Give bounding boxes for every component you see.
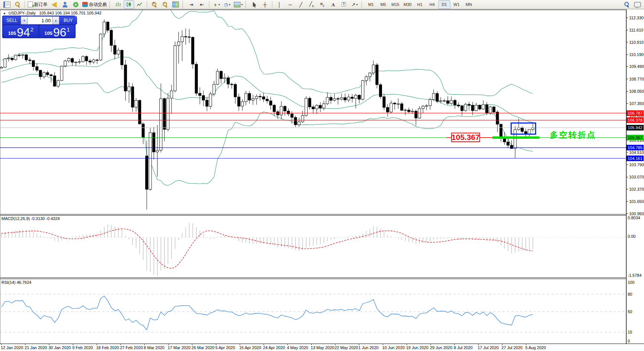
date-label: 1 Jun 2020 (358, 345, 378, 350)
line-chart-icon (137, 2, 143, 7)
data-window-button[interactable] (12, 0, 23, 9)
autotrading-button[interactable]: 自动交易 (81, 0, 108, 9)
auto-scroll-button[interactable]: ⇤ (197, 0, 207, 9)
alerts-button[interactable] (49, 0, 59, 9)
price-badge-label: 106.787 (628, 111, 643, 115)
community-person-icon (62, 2, 68, 7)
chart-ohlc-header[interactable]: ▲ USDJPY-,Daily 105.843 106.194 105.701 … (3, 11, 102, 15)
tab-timeframe-m15[interactable]: M15 (389, 0, 401, 9)
macd-pane[interactable] (0, 216, 626, 278)
periods-button[interactable]: ◷▾ (222, 0, 232, 9)
macd-axis-label: 0.8034 (628, 216, 640, 220)
tab-timeframe-mn[interactable]: MN (463, 0, 475, 9)
chat-button[interactable] (632, 0, 643, 9)
chart-shift-button[interactable]: ⇥ (186, 0, 196, 9)
collapse-panel-icon[interactable]: ▲ (3, 12, 6, 15)
price-tick-label: 112.330 (629, 16, 644, 20)
tab-timeframe-m5[interactable]: M5 (377, 0, 389, 9)
text-tool[interactable]: A (328, 0, 338, 9)
market-watch-icon (3, 1, 10, 8)
sell-button[interactable]: SELL (3, 16, 21, 24)
price-tick-label: 110.190 (629, 52, 644, 57)
date-label: 27 Feb 2020 (120, 345, 143, 350)
zoom-out-button[interactable]: − (160, 0, 170, 9)
tab-timeframe-m30[interactable]: M30 (402, 0, 414, 9)
turning-point-highlight[interactable] (492, 137, 540, 139)
channel-tool[interactable]: ╱E (306, 0, 317, 9)
tab-timeframe-h4[interactable]: H4 (426, 0, 438, 9)
price-tick-label: 103.070 (629, 175, 644, 179)
rsi-pane[interactable] (0, 279, 626, 344)
indicators-plus-icon: ＋ (213, 2, 218, 7)
tile-windows-button[interactable] (170, 0, 181, 9)
search-button[interactable] (621, 0, 632, 9)
zoom-in-button[interactable]: + (149, 0, 159, 9)
volume-decrease-button[interactable]: ▼ (21, 16, 28, 24)
date-label: 21 Jan 2020 (24, 345, 47, 350)
auto-scroll-icon: ⇤ (200, 2, 204, 7)
indicators-button[interactable]: ＋▾ (211, 0, 222, 9)
horizontal-line-icon: ─ (288, 2, 292, 7)
horizontal-line-tool[interactable]: ─ (285, 0, 295, 9)
date-label: 17 Mar 2020 (167, 345, 190, 350)
trendline-tool[interactable]: ╱ (296, 0, 306, 9)
price-tick-label: 111.610 (629, 28, 643, 32)
date-label: 30 Jan 2020 (49, 345, 71, 350)
vertical-line-tool[interactable]: │ (274, 0, 285, 9)
rsi-axis-label: 15 (628, 330, 632, 334)
date-label: 15 Apr 2020 (239, 345, 261, 350)
tab-timeframe-w1[interactable]: W1 (451, 0, 462, 9)
date-label: 26 Mar 2020 (192, 345, 215, 350)
rsi-axis-label: 100 (628, 280, 634, 285)
chevron-down-icon: ▾ (218, 3, 220, 6)
volume-increase-button[interactable]: ▲ (52, 16, 59, 24)
price-tick-label: 102.370 (629, 187, 644, 191)
buy-button[interactable]: BUY (59, 16, 77, 24)
date-label: 8 Mar 2020 (144, 345, 165, 350)
tab-timeframe-d1[interactable]: D1 (438, 0, 450, 9)
arrows-tool[interactable]: ↗▾ (349, 0, 360, 9)
date-label: 13 May 2020 (311, 345, 335, 350)
price-badge-label: 105.942 (628, 125, 643, 130)
rsi-indicator-label: RSI(14) 46.7624 (1, 280, 31, 285)
label-tool[interactable]: T (339, 0, 349, 9)
volume-input[interactable] (28, 16, 52, 24)
macd-axis-label: 0.00 (628, 234, 635, 239)
turning-point-note[interactable]: 多空转折点 (550, 130, 596, 140)
template-icon (234, 2, 240, 7)
templates-button[interactable]: ▾ (233, 0, 244, 9)
date-label: 12 Jan 2020 (1, 345, 23, 350)
rsi-axis-label: 50 (628, 309, 632, 314)
rsi-axis-label: 80 (628, 292, 632, 296)
market-watch-button[interactable] (1, 0, 12, 9)
price-tick-label: 104.510 (629, 150, 644, 155)
new-order-button[interactable]: 新订单 (27, 0, 49, 9)
candlestick-chart-button[interactable] (124, 0, 134, 9)
arrows-icon: ↗ (352, 2, 356, 7)
crosshair-tool-button[interactable]: ┼ (260, 0, 270, 9)
new-order-icon (28, 1, 33, 7)
community-button[interactable] (60, 0, 70, 9)
fibonacci-tool[interactable]: ≡F (317, 0, 328, 9)
rsi-axis-label: 0 (628, 339, 630, 343)
price-badge-label: 105.367 (628, 135, 643, 140)
chart-shift-icon: ⇥ (189, 2, 193, 7)
tab-timeframe-m1[interactable]: M1 (365, 0, 377, 9)
price-badge-label: 104.785 (628, 145, 643, 150)
bar-chart-button[interactable] (113, 0, 123, 9)
date-label: 22 May 2020 (335, 345, 358, 350)
buy-price-button[interactable]: 105 96 1 (39, 25, 75, 37)
date-label: 4 May 2020 (287, 345, 308, 350)
zoom-in-icon: + (151, 1, 157, 7)
macd-axis-label: -1.5784 (628, 273, 641, 278)
tab-timeframe-h1[interactable]: H1 (414, 0, 426, 9)
line-chart-button[interactable] (135, 0, 145, 9)
candlestick-chart-icon (126, 2, 132, 7)
signals-button[interactable] (70, 0, 81, 9)
cursor-tool-button[interactable] (249, 0, 259, 9)
chat-icon (634, 2, 641, 7)
alert-horn-icon (52, 2, 57, 7)
vertical-line-icon: │ (278, 2, 281, 7)
price-tick-label: 107.350 (629, 101, 644, 106)
sell-price-button[interactable]: 105 94 2 (3, 25, 39, 37)
